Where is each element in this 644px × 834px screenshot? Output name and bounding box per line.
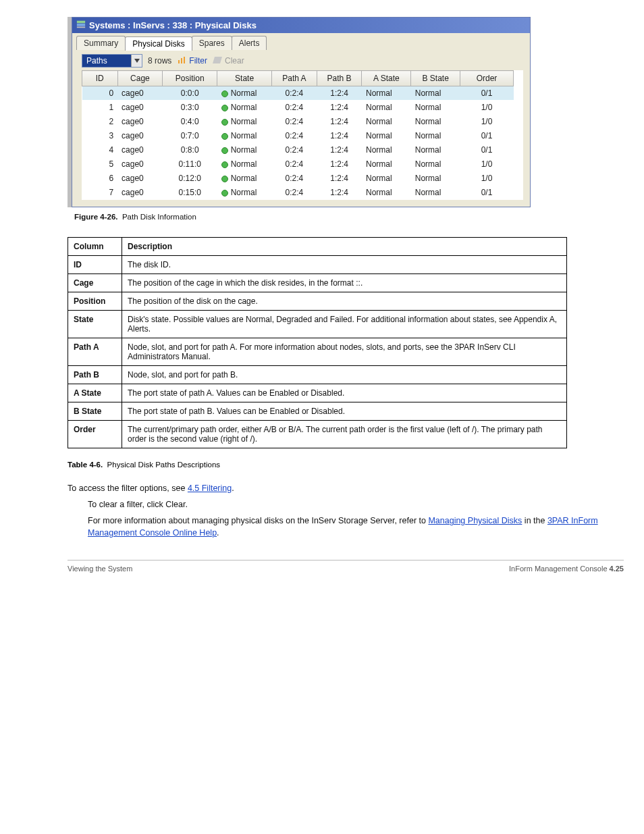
col-order[interactable]: Order (460, 71, 514, 86)
tab-alerts[interactable]: Alerts (232, 36, 267, 50)
status-dot-icon (221, 190, 228, 197)
cell-state: Normal (217, 129, 272, 143)
tab-spares[interactable]: Spares (192, 36, 232, 50)
cell-patha: 0:2:4 (272, 186, 317, 200)
cell-bstate: Normal (411, 157, 460, 172)
tabs: Summary Physical Disks Spares Alerts (76, 36, 266, 50)
cell-state: Normal (217, 115, 272, 129)
table-row[interactable]: 4cage00:8:0Normal0:2:41:2:4NormalNormal0… (82, 143, 514, 157)
cell-pathb: 1:2:4 (317, 115, 362, 129)
toolbar: Paths 8 rows Filter Clear (82, 54, 523, 68)
cell-patha: 0:2:4 (272, 115, 317, 129)
col-patha[interactable]: Path A (272, 71, 317, 86)
page-footer: Viewing the System InForm Management Con… (68, 560, 624, 573)
table-row[interactable]: 3cage00:7:0Normal0:2:41:2:4NormalNormal0… (82, 129, 514, 143)
svg-marker-7 (213, 57, 222, 63)
status-dot-icon (221, 133, 228, 140)
col-id[interactable]: ID (82, 71, 118, 86)
cell-astate: Normal (362, 86, 411, 101)
table-row[interactable]: 2cage00:4:0Normal0:2:41:2:4NormalNormal1… (82, 115, 514, 129)
svg-rect-6 (184, 57, 185, 63)
cell-bstate: Normal (411, 186, 460, 200)
desc-row: Path BNode, slot, and port for path B. (68, 366, 567, 384)
table-row[interactable]: 7cage00:15:0Normal0:2:41:2:4NormalNormal… (82, 186, 514, 200)
p1-before: To access the filter options, see (68, 484, 188, 493)
tab-physical-disks[interactable]: Physical Disks (125, 36, 192, 51)
row-count: 8 rows (148, 56, 171, 66)
desc-col-text: The port state of path A. Values can be … (122, 384, 567, 402)
col-cage[interactable]: Cage (117, 71, 163, 86)
desc-row: PositionThe position of the disk on the … (68, 292, 567, 311)
tab-summary[interactable]: Summary (76, 36, 126, 50)
desc-col-text: The current/primary path order, either A… (122, 421, 567, 448)
footer-right-prefix: InForm Management Console (509, 565, 610, 573)
cell-cage: cage0 (117, 186, 163, 200)
cell-state: Normal (217, 157, 272, 172)
cell-pathb: 1:2:4 (317, 101, 362, 115)
p1-after: . (232, 484, 234, 493)
clear-button[interactable]: Clear (213, 56, 244, 66)
cell-astate: Normal (362, 157, 411, 172)
cell-state: Normal (217, 101, 272, 115)
desc-header-description: Description (122, 238, 567, 256)
filter-button[interactable]: Filter (177, 55, 207, 67)
col-position[interactable]: Position (163, 71, 217, 86)
table-row[interactable]: 5cage00:11:0Normal0:2:41:2:4NormalNormal… (82, 157, 514, 172)
status-dot-icon (221, 105, 228, 111)
cell-order: 0/1 (460, 86, 514, 101)
cell-cage: cage0 (117, 129, 163, 143)
desc-col-text: Disk's state. Possible values are Normal… (122, 311, 567, 338)
cell-cage: cage0 (117, 172, 163, 186)
figure-caption-text: Path Disk Information (122, 213, 196, 221)
cell-state: Normal (217, 86, 272, 101)
desc-col-name: Order (68, 421, 122, 448)
table-caption: Table 4-6. Physical Disk Paths Descripti… (68, 461, 624, 469)
link-managing-physical-disks[interactable]: Managing Physical Disks (428, 516, 522, 525)
cell-astate: Normal (362, 143, 411, 157)
cell-position: 0:15:0 (163, 186, 217, 200)
cell-patha: 0:2:4 (272, 172, 317, 186)
cell-astate: Normal (362, 172, 411, 186)
cell-position: 0:11:0 (163, 157, 217, 172)
desc-col-name: Path A (68, 338, 122, 366)
desc-col-text: The position of the disk on the cage. (122, 292, 567, 311)
desc-row: Path ANode, slot, and port for path A. F… (68, 338, 567, 366)
cell-position: 0:0:0 (163, 86, 217, 101)
cell-patha: 0:2:4 (272, 86, 317, 101)
p3-a: For more information about managing phys… (88, 516, 428, 525)
cell-id: 6 (82, 172, 118, 186)
desc-row: CageThe position of the cage in which th… (68, 274, 567, 292)
desc-col-name: ID (68, 256, 122, 274)
cell-id: 3 (82, 129, 118, 143)
status-dot-icon (221, 119, 228, 126)
cell-pathb: 1:2:4 (317, 143, 362, 157)
cell-id: 0 (82, 86, 118, 101)
cell-bstate: Normal (411, 172, 460, 186)
link-filtering[interactable]: 4.5 Filtering (188, 484, 232, 493)
table-row[interactable]: 1cage00:3:0Normal0:2:41:2:4NormalNormal1… (82, 101, 514, 115)
cell-pathb: 1:2:4 (317, 172, 362, 186)
view-dropdown[interactable]: Paths (82, 54, 142, 68)
svg-rect-4 (178, 60, 180, 63)
desc-row: A StateThe port state of path A. Values … (68, 384, 567, 402)
table-row[interactable]: 0cage00:0:0Normal0:2:41:2:4NormalNormal0… (82, 86, 514, 101)
col-astate[interactable]: A State (362, 71, 411, 86)
cell-pathb: 1:2:4 (317, 86, 362, 101)
desc-col-name: Path B (68, 366, 122, 384)
cell-order: 0/1 (460, 129, 514, 143)
col-state[interactable]: State (217, 71, 272, 86)
table-row[interactable]: 6cage00:12:0Normal0:2:41:2:4NormalNormal… (82, 172, 514, 186)
col-pathb[interactable]: Path B (317, 71, 362, 86)
col-bstate[interactable]: B State (411, 71, 460, 86)
cell-position: 0:3:0 (163, 101, 217, 115)
svg-marker-3 (134, 59, 140, 63)
view-dropdown-value: Paths (82, 55, 131, 67)
physical-disks-table: ID Cage Position State Path A Path B A S… (82, 70, 514, 200)
status-dot-icon (221, 90, 228, 97)
cell-position: 0:8:0 (163, 143, 217, 157)
desc-row: StateDisk's state. Possible values are N… (68, 311, 567, 338)
desc-col-name: A State (68, 384, 122, 402)
cell-id: 4 (82, 143, 118, 157)
desc-col-name: Cage (68, 274, 122, 292)
cell-bstate: Normal (411, 86, 460, 101)
